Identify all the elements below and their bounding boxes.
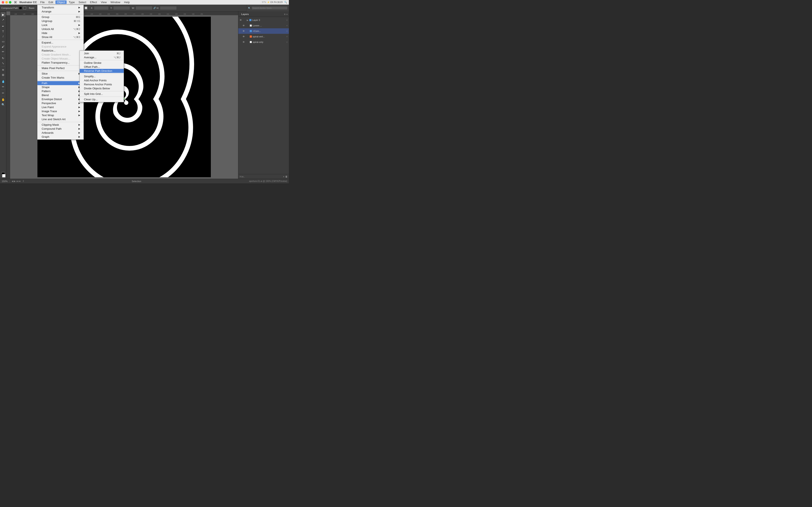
pen-tool[interactable]: ✒ <box>1 24 5 29</box>
menu-shape[interactable]: Shape ▶ <box>38 85 84 89</box>
layer-item-compound[interactable]: 👁 <Com... ○ <box>238 28 289 34</box>
stroke-swatch[interactable] <box>23 7 26 9</box>
path-offset[interactable]: Offset Path... <box>80 65 124 69</box>
menu-text-wrap[interactable]: Text Wrap ▶ <box>38 113 84 117</box>
menu-flatten[interactable]: Flatten Transparency... <box>38 61 84 65</box>
layer-visibility-icon[interactable]: 👁 <box>243 41 246 43</box>
close-button[interactable] <box>2 1 4 4</box>
path-simplify[interactable]: Simplify... <box>80 74 124 78</box>
path-add-anchors[interactable]: Add Anchor Points <box>80 78 124 82</box>
menu-lock[interactable]: Lock ▶ <box>38 23 84 27</box>
menu-hide[interactable]: Hide ▶ <box>38 31 84 35</box>
menu-artboards[interactable]: Artboards ▶ <box>38 131 84 135</box>
menu-pattern[interactable]: Pattern ▶ <box>38 89 84 93</box>
scissors-tool[interactable]: ✂ <box>1 91 5 95</box>
menu-transform[interactable]: Transform ▶ <box>38 5 84 9</box>
menu-slice[interactable]: Slice ▶ <box>38 72 84 76</box>
path-split-grid[interactable]: Split Into Grid... <box>80 92 124 96</box>
menu-group[interactable]: Group ⌘G <box>38 15 84 19</box>
menu-blend[interactable]: Blend ▶ <box>38 93 84 97</box>
layer-visibility-icon[interactable]: 👁 <box>243 24 246 27</box>
free-transform-tool[interactable]: ⊞ <box>1 72 5 77</box>
layer-name: spiral-vert... <box>253 35 286 38</box>
y-input[interactable]: 499.248 mm <box>113 6 130 10</box>
path-clean-up[interactable]: Clean Up... <box>80 97 124 101</box>
menu-expand[interactable]: Expand... <box>38 41 84 45</box>
menu-line-sketch[interactable]: Line and Sketch Art <box>38 117 84 121</box>
menu-perspective[interactable]: Perspective ▶ <box>38 101 84 105</box>
path-remove-anchors[interactable]: Remove Anchor Points <box>80 82 124 87</box>
stroke-color[interactable] <box>2 174 5 177</box>
minimize-button[interactable] <box>5 1 8 4</box>
fill-swatch[interactable] <box>19 7 22 9</box>
layer-item-layer3[interactable]: 👁 ▶ Layer 3 ○ <box>238 17 289 23</box>
menu-live-paint[interactable]: Live Paint ▶ <box>38 105 84 109</box>
menu-show-all[interactable]: Show All ⌥⌘3 <box>38 35 84 39</box>
menu-image-trace[interactable]: Image Trace ▶ <box>38 109 84 113</box>
paintbrush-tool[interactable]: 🖌 <box>1 44 5 49</box>
menu-effect[interactable]: Effect <box>88 0 99 4</box>
delete-layer-btn[interactable]: 🗑 <box>285 175 288 178</box>
zoom-level[interactable]: 150% <box>2 180 8 182</box>
menu-arrange[interactable]: Arrange ▶ <box>38 9 84 13</box>
menu-rasterize[interactable]: Rasterize... <box>38 49 84 53</box>
direct-selection-tool[interactable]: ↗ <box>1 17 5 22</box>
menu-type[interactable]: Type <box>67 0 77 4</box>
layer-item-lorem[interactable]: 👁 Lorem ... ○ <box>238 23 289 28</box>
h-input[interactable]: 289.403 mm <box>160 6 177 10</box>
menu-view[interactable]: View <box>99 0 108 4</box>
line-tool[interactable]: / <box>1 34 5 39</box>
layer-expand-arrow[interactable]: ▶ <box>247 19 248 21</box>
x-input[interactable]: 210 mm <box>94 6 109 10</box>
layer-visibility-icon[interactable]: 👁 <box>243 35 246 38</box>
layer-item-spiral-vert[interactable]: 👁 spiral-vert... ○ <box>238 34 289 39</box>
constrain-icon[interactable]: 🔗 <box>153 7 156 9</box>
w-label: W: <box>132 7 135 9</box>
layer-visibility-icon[interactable]: 👁 <box>240 19 243 21</box>
eyedropper-tool[interactable]: 💧 <box>1 79 5 83</box>
scale-tool[interactable]: ⤡ <box>1 61 5 65</box>
menu-help[interactable]: Help <box>122 0 132 4</box>
add-layer-btn[interactable]: + <box>283 175 285 178</box>
menu-clipping-mask[interactable]: Clipping Mask ▶ <box>38 123 84 127</box>
path-average[interactable]: Average... ⌥⌘J <box>80 55 124 59</box>
menu-compound-path[interactable]: Compound Path ▶ <box>38 127 84 131</box>
pencil-tool[interactable]: ✏ <box>1 49 5 54</box>
align-right-btn[interactable]: ⬜ <box>84 6 88 10</box>
menu-envelope-distort[interactable]: Envelope Distort ▶ <box>38 97 84 101</box>
rotate-tool[interactable]: ↻ <box>1 56 5 60</box>
zoom-tool[interactable]: 🔍 <box>1 102 5 107</box>
path-outline-stroke[interactable]: Outline Stroke <box>80 61 124 65</box>
blend-tool[interactable]: ∞ <box>1 84 5 89</box>
menu-file[interactable]: File <box>39 0 46 4</box>
path-divide-below[interactable]: Divide Objects Below <box>80 87 124 91</box>
hand-tool[interactable]: ✋ <box>1 97 5 102</box>
menu-ungroup[interactable]: Ungroup ⌘⇧G <box>38 19 84 23</box>
warp-tool[interactable]: ≋ <box>1 67 5 72</box>
adobe-stock-search-area: 🔍 <box>247 5 289 11</box>
menu-pixel-perfect[interactable]: Make Pixel Perfect <box>38 66 84 70</box>
layers-panel-expand[interactable]: » <box>286 13 288 15</box>
rect-tool[interactable]: ▭ <box>1 39 5 44</box>
layers-tab[interactable]: Layers <box>240 13 250 15</box>
adobe-stock-search-input[interactable] <box>251 6 288 10</box>
menu-path[interactable]: Path ▶ <box>38 81 84 85</box>
menu-select[interactable]: Select <box>77 0 88 4</box>
path-reverse[interactable]: Reverse Path Direction <box>80 69 124 73</box>
selection-tool[interactable]: ▶ <box>1 12 5 17</box>
menu-graph[interactable]: Graph ▶ <box>38 135 84 139</box>
menu-object[interactable]: Object <box>55 0 67 4</box>
menu-edit[interactable]: Edit <box>47 0 55 4</box>
menu-trim-marks[interactable]: Create Trim Marks <box>38 76 84 80</box>
layer-visibility-icon[interactable]: 👁 <box>243 30 246 32</box>
layers-panel-menu[interactable]: ≡ <box>284 13 285 15</box>
menu-window[interactable]: Window <box>109 0 122 4</box>
fullscreen-button[interactable] <box>9 1 11 4</box>
menu-unlock-all[interactable]: Unlock All ⌥⌘2 <box>38 27 84 31</box>
right-panel: Layers ≡ » 👁 ▶ Layer 3 ○ 👁 Lorem ... ○ 👁… <box>238 11 289 179</box>
layer-name: spiral-only <box>253 41 286 43</box>
w-input[interactable]: 289.403 mm <box>136 6 152 10</box>
type-tool[interactable]: T <box>1 29 5 34</box>
layer-item-spiral-only[interactable]: 👁 spiral-only ○ <box>238 39 289 45</box>
path-join[interactable]: Join ⌘J <box>80 51 124 55</box>
